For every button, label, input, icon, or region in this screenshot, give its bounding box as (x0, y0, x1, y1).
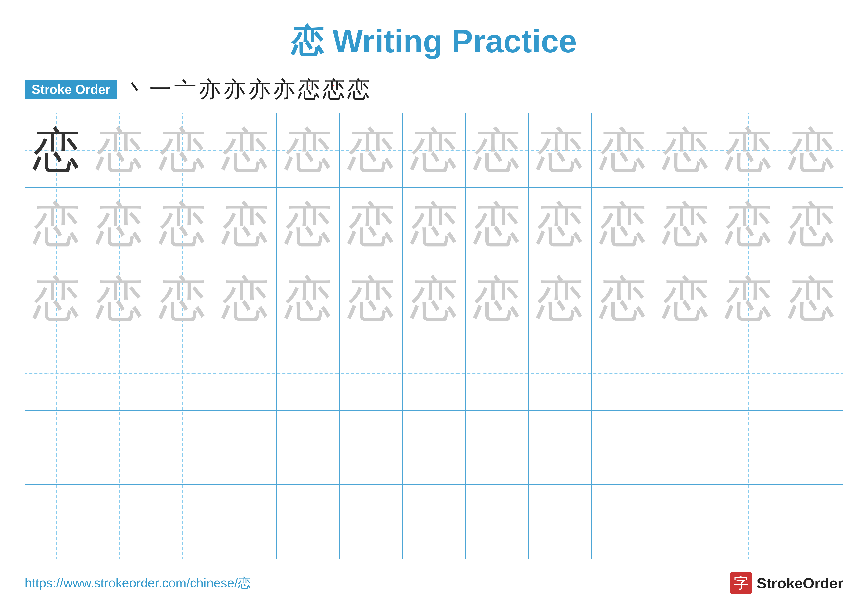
grid-cell-r6c10[interactable] (591, 485, 654, 559)
grid-cell-r4c8[interactable] (465, 336, 528, 410)
strokeorder-logo-icon: 字 (730, 572, 752, 594)
grid-cell-r6c7[interactable] (403, 485, 465, 559)
grid-cell-r5c2[interactable] (88, 410, 151, 485)
grid-cell-r2c3[interactable]: 恋 (151, 188, 214, 262)
grid-cell-r3c1[interactable]: 恋 (25, 262, 88, 336)
table-row: 恋 恋 恋 恋 恋 恋 恋 恋 恋 (25, 188, 843, 262)
stroke-3: 亠 (174, 78, 197, 101)
grid-cell-r6c9[interactable] (528, 485, 591, 559)
grid-cell-r6c12[interactable] (717, 485, 780, 559)
grid-cell-r6c6[interactable] (339, 485, 402, 559)
grid-cell-r3c7[interactable]: 恋 (403, 262, 465, 336)
grid-cell-r2c7[interactable]: 恋 (403, 188, 465, 262)
page: 恋 Writing Practice Stroke Order 丶 一 亠 亦 … (0, 0, 868, 614)
grid-cell-r1c9[interactable]: 恋 (528, 113, 591, 188)
grid-cell-r5c4[interactable] (214, 410, 277, 485)
grid-cell-r6c11[interactable] (654, 485, 717, 559)
grid-cell-r1c6[interactable]: 恋 (339, 113, 402, 188)
grid-cell-r4c2[interactable] (88, 336, 151, 410)
grid-cell-r2c10[interactable]: 恋 (591, 188, 654, 262)
grid-cell-r3c10[interactable]: 恋 (591, 262, 654, 336)
grid-cell-r3c13[interactable]: 恋 (780, 262, 843, 336)
stroke-4: 亦 (199, 78, 221, 101)
grid-cell-r1c4[interactable]: 恋 (214, 113, 277, 188)
stroke-order-row: Stroke Order 丶 一 亠 亦 亦 亦 亦 恋· 恋· 恋 (25, 78, 843, 101)
grid-cell-r1c5[interactable]: 恋 (277, 113, 339, 188)
grid-cell-r3c12[interactable]: 恋 (717, 262, 780, 336)
grid-cell-r1c11[interactable]: 恋 (654, 113, 717, 188)
footer-logo: 字 StrokeOrder (730, 572, 843, 594)
table-row: 恋 恋 恋 恋 恋 恋 恋 恋 恋 (25, 113, 843, 188)
grid-cell-r4c7[interactable] (403, 336, 465, 410)
table-row (25, 485, 843, 559)
grid-cell-r3c2[interactable]: 恋 (88, 262, 151, 336)
stroke-order-badge: Stroke Order (25, 79, 117, 99)
grid-cell-r4c10[interactable] (591, 336, 654, 410)
grid-cell-r6c5[interactable] (277, 485, 339, 559)
grid-cell-r2c4[interactable]: 恋 (214, 188, 277, 262)
grid-cell-r4c3[interactable] (151, 336, 214, 410)
footer-url[interactable]: https://www.strokeorder.com/chinese/恋 (25, 574, 251, 592)
grid-cell-r6c2[interactable] (88, 485, 151, 559)
grid-cell-r3c3[interactable]: 恋 (151, 262, 214, 336)
stroke-6: 亦 (248, 78, 271, 101)
grid-cell-r4c6[interactable] (339, 336, 402, 410)
grid-cell-r4c12[interactable] (717, 336, 780, 410)
grid-cell-r5c7[interactable] (403, 410, 465, 485)
footer: https://www.strokeorder.com/chinese/恋 字 … (25, 572, 843, 594)
grid-cell-r2c12[interactable]: 恋 (717, 188, 780, 262)
grid-cell-r5c3[interactable] (151, 410, 214, 485)
grid-cell-r6c13[interactable] (780, 485, 843, 559)
grid-cell-r5c8[interactable] (465, 410, 528, 485)
grid-cell-r6c8[interactable] (465, 485, 528, 559)
grid-cell-r4c5[interactable] (277, 336, 339, 410)
grid-cell-r1c10[interactable]: 恋 (591, 113, 654, 188)
grid-cell-r2c5[interactable]: 恋 (277, 188, 339, 262)
grid-cell-r1c7[interactable]: 恋 (403, 113, 465, 188)
grid-cell-r3c8[interactable]: 恋 (465, 262, 528, 336)
table-row (25, 336, 843, 410)
grid-cell-r2c6[interactable]: 恋 (339, 188, 402, 262)
grid-cell-r6c1[interactable] (25, 485, 88, 559)
grid-cell-r1c3[interactable]: 恋 (151, 113, 214, 188)
grid-cell-r3c9[interactable]: 恋 (528, 262, 591, 336)
grid-cell-r5c6[interactable] (339, 410, 402, 485)
grid-cell-r4c1[interactable] (25, 336, 88, 410)
grid-cell-r5c12[interactable] (717, 410, 780, 485)
stroke-10: 恋 (347, 78, 370, 101)
grid-cell-r1c12[interactable]: 恋 (717, 113, 780, 188)
grid-cell-r2c13[interactable]: 恋 (780, 188, 843, 262)
stroke-8: 恋· (298, 78, 320, 101)
grid-cell-r2c1[interactable]: 恋 (25, 188, 88, 262)
grid-cell-r6c3[interactable] (151, 485, 214, 559)
grid-cell-r3c4[interactable]: 恋 (214, 262, 277, 336)
practice-grid: 恋 恋 恋 恋 恋 恋 恋 恋 恋 (25, 113, 843, 559)
grid-cell-r5c11[interactable] (654, 410, 717, 485)
grid-cell-r5c5[interactable] (277, 410, 339, 485)
grid-cell-r3c6[interactable]: 恋 (339, 262, 402, 336)
grid-cell-r5c1[interactable] (25, 410, 88, 485)
stroke-2: 一 (149, 78, 172, 101)
grid-cell-r4c9[interactable] (528, 336, 591, 410)
grid-cell-r3c11[interactable]: 恋 (654, 262, 717, 336)
grid-cell-r5c10[interactable] (591, 410, 654, 485)
stroke-7: 亦 (273, 78, 295, 101)
grid-cell-r5c13[interactable] (780, 410, 843, 485)
grid-cell-r6c4[interactable] (214, 485, 277, 559)
grid-cell-r2c9[interactable]: 恋 (528, 188, 591, 262)
stroke-9: 恋· (322, 78, 345, 101)
grid-cell-r1c1[interactable]: 恋 (25, 113, 88, 188)
grid-cell-r4c4[interactable] (214, 336, 277, 410)
table-row (25, 410, 843, 485)
grid-cell-r1c8[interactable]: 恋 (465, 113, 528, 188)
grid-cell-r5c9[interactable] (528, 410, 591, 485)
grid-cell-r2c2[interactable]: 恋 (88, 188, 151, 262)
grid-cell-r1c2[interactable]: 恋 (88, 113, 151, 188)
grid-cell-r2c8[interactable]: 恋 (465, 188, 528, 262)
grid-cell-r3c5[interactable]: 恋 (277, 262, 339, 336)
grid-cell-r1c13[interactable]: 恋 (780, 113, 843, 188)
stroke-5: 亦 (224, 78, 246, 101)
grid-cell-r4c11[interactable] (654, 336, 717, 410)
grid-cell-r4c13[interactable] (780, 336, 843, 410)
grid-cell-r2c11[interactable]: 恋 (654, 188, 717, 262)
